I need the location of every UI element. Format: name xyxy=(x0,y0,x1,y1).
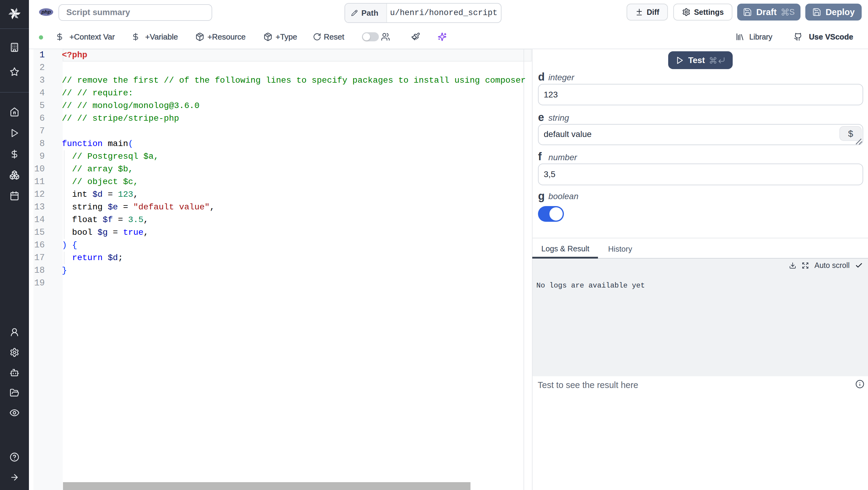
svg-text:php: php xyxy=(41,9,51,15)
